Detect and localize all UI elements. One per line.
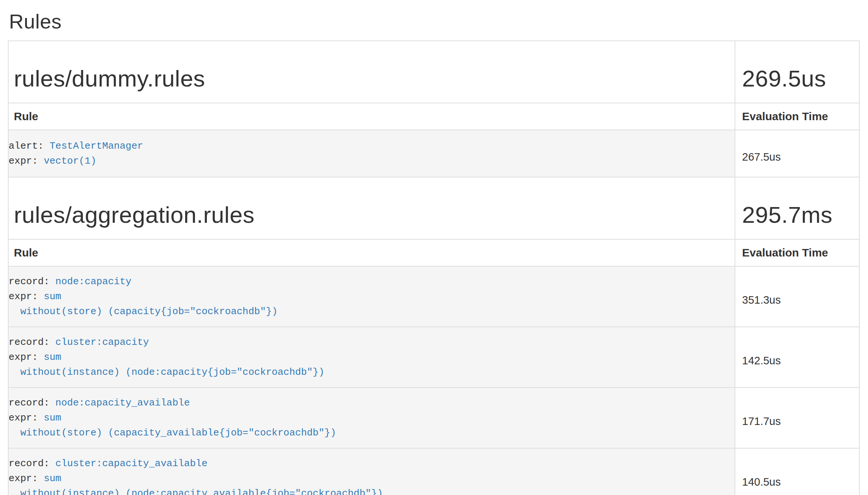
rule-row: record: cluster:capacityexpr: sum withou… bbox=[8, 327, 859, 388]
rules-table: rules/dummy.rules269.5usRuleEvaluation T… bbox=[8, 40, 860, 495]
rule-keyword: record: bbox=[9, 458, 55, 469]
rule-definition-cell: record: cluster:capacityexpr: sum withou… bbox=[8, 327, 735, 388]
rule-code-line: alert: TestAlertManager bbox=[9, 139, 735, 154]
rule-code-line: record: cluster:capacity bbox=[9, 335, 735, 350]
rule-group-evaluation-time: 269.5us bbox=[735, 65, 859, 92]
rules-table-body: rules/dummy.rules269.5usRuleEvaluation T… bbox=[8, 41, 859, 495]
rule-group-header-row: rules/dummy.rules269.5us bbox=[8, 41, 859, 103]
rule-column-header-cell: Rule bbox=[8, 239, 735, 266]
rule-keyword: alert: bbox=[9, 140, 49, 152]
rule-row: record: cluster:capacity_availableexpr: … bbox=[8, 448, 859, 495]
rule-expression-link[interactable]: without(store) (capacity{job="cockroachd… bbox=[9, 306, 278, 317]
rule-evaluation-time-cell: 267.5us bbox=[735, 130, 859, 177]
rule-group-file-name: rules/aggregation.rules bbox=[9, 201, 735, 228]
rule-expression-link[interactable]: TestAlertManager bbox=[49, 140, 143, 152]
rule-code-line: record: node:capacity bbox=[9, 274, 735, 289]
rule-keyword: record: bbox=[9, 276, 55, 287]
rule-column-header: Rule bbox=[9, 246, 735, 259]
rule-evaluation-time: 267.5us bbox=[735, 143, 859, 164]
rule-group-file-name: rules/dummy.rules bbox=[9, 65, 735, 92]
rule-code-line: record: cluster:capacity_available bbox=[9, 456, 735, 471]
rule-group-evaluation-time-cell: 269.5us bbox=[735, 41, 859, 103]
evaluation-time-column-header-cell: Evaluation Time bbox=[735, 103, 859, 130]
rule-row: record: node:capacity_availableexpr: sum… bbox=[8, 388, 859, 448]
rule-code-line: expr: sum bbox=[9, 471, 735, 486]
rule-keyword: expr: bbox=[9, 352, 44, 363]
rule-group-header-row: rules/aggregation.rules295.7ms bbox=[8, 177, 859, 239]
rule-code-line: expr: vector(1) bbox=[9, 154, 735, 168]
rule-expression-link[interactable]: node:capacity bbox=[55, 276, 132, 287]
rules-page: Rules rules/dummy.rules269.5usRuleEvalua… bbox=[0, 10, 868, 495]
rule-evaluation-time-cell: 351.3us bbox=[735, 266, 859, 327]
column-header-row: RuleEvaluation Time bbox=[8, 103, 859, 130]
rule-code-line: without(store) (capacity{job="cockroachd… bbox=[9, 304, 735, 319]
rule-evaluation-time: 351.3us bbox=[735, 286, 859, 307]
rule-keyword: record: bbox=[9, 337, 55, 348]
rule-expression-link[interactable]: sum bbox=[44, 473, 61, 484]
rule-keyword: expr: bbox=[9, 473, 44, 484]
rule-code-line: expr: sum bbox=[9, 350, 735, 365]
rule-expression-link[interactable]: node:capacity_available bbox=[55, 397, 190, 409]
rule-column-header: Rule bbox=[9, 110, 735, 123]
rule-expression-link[interactable]: sum bbox=[44, 291, 61, 302]
rule-definition-cell: alert: TestAlertManagerexpr: vector(1) bbox=[8, 130, 735, 177]
rule-definition-cell: record: cluster:capacity_availableexpr: … bbox=[8, 448, 735, 495]
evaluation-time-column-header: Evaluation Time bbox=[735, 110, 859, 123]
rule-definition-cell: record: node:capacity_availableexpr: sum… bbox=[8, 388, 735, 448]
page-title: Rules bbox=[9, 10, 860, 33]
rule-evaluation-time: 140.5us bbox=[735, 468, 859, 489]
rule-expression-link[interactable]: cluster:capacity bbox=[55, 337, 149, 348]
rule-evaluation-time-cell: 140.5us bbox=[735, 448, 859, 495]
rule-code-line: record: node:capacity_available bbox=[9, 395, 735, 410]
rule-keyword: record: bbox=[9, 397, 55, 409]
rule-code-line: without(instance) (node:capacity{job="co… bbox=[9, 365, 735, 380]
rule-keyword: expr: bbox=[9, 155, 44, 167]
rule-expression-link[interactable]: vector(1) bbox=[44, 155, 96, 167]
column-header-row: RuleEvaluation Time bbox=[8, 239, 859, 266]
rule-code-line: expr: sum bbox=[9, 289, 735, 304]
evaluation-time-column-header-cell: Evaluation Time bbox=[735, 239, 859, 266]
rule-code-line: without(instance) (node:capacity_availab… bbox=[9, 486, 735, 495]
rule-column-header-cell: Rule bbox=[8, 103, 735, 130]
rule-code-line: without(store) (capacity_available{job="… bbox=[9, 425, 735, 440]
rule-group-evaluation-time: 295.7ms bbox=[735, 201, 859, 228]
rule-evaluation-time: 171.7us bbox=[735, 407, 859, 429]
rule-expression-link[interactable]: cluster:capacity_available bbox=[55, 458, 208, 469]
evaluation-time-column-header: Evaluation Time bbox=[735, 246, 859, 259]
rule-expression-link[interactable]: sum bbox=[44, 412, 61, 423]
rule-evaluation-time-cell: 142.5us bbox=[735, 327, 859, 388]
rule-definition-cell: record: node:capacityexpr: sum without(s… bbox=[8, 266, 735, 327]
rule-row: record: node:capacityexpr: sum without(s… bbox=[8, 266, 859, 327]
rule-group-evaluation-time-cell: 295.7ms bbox=[735, 177, 859, 239]
rule-evaluation-time: 142.5us bbox=[735, 346, 859, 368]
rule-row: alert: TestAlertManagerexpr: vector(1)26… bbox=[8, 130, 859, 177]
rule-evaluation-time-cell: 171.7us bbox=[735, 388, 859, 448]
rule-keyword: expr: bbox=[9, 412, 44, 423]
rule-expression-link[interactable]: without(store) (capacity_available{job="… bbox=[9, 427, 336, 438]
rule-expression-link[interactable]: without(instance) (node:capacity_availab… bbox=[9, 488, 383, 495]
rule-code-line: expr: sum bbox=[9, 410, 735, 425]
rule-group-file-cell: rules/aggregation.rules bbox=[8, 177, 735, 239]
rule-expression-link[interactable]: without(instance) (node:capacity{job="co… bbox=[9, 367, 325, 378]
rule-group-file-cell: rules/dummy.rules bbox=[8, 41, 735, 103]
rule-keyword: expr: bbox=[9, 291, 44, 302]
rule-expression-link[interactable]: sum bbox=[44, 352, 61, 363]
